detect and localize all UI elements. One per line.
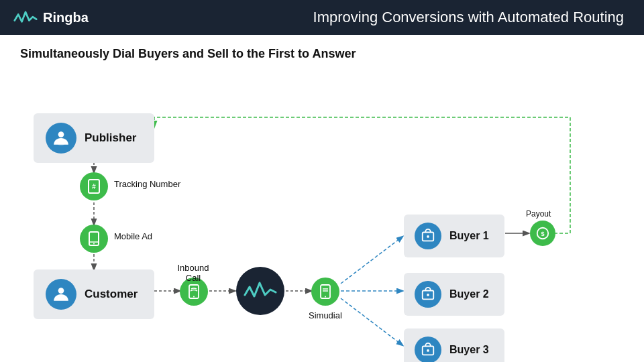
- logo-area: Ringba: [13, 8, 89, 27]
- tracking-number-label: Tracking Number: [114, 179, 180, 189]
- customer-node: Customer: [34, 269, 154, 319]
- buyer1-icon-circle: [415, 223, 441, 249]
- mobile-ad-label: Mobile Ad: [114, 231, 152, 241]
- buyer3-label: Buyer 3: [449, 344, 489, 356]
- simudial-label: Simudial: [309, 310, 342, 320]
- tracking-number-node: #: [80, 172, 108, 200]
- svg-point-29: [427, 349, 429, 352]
- inbound-call-label: InboundCall: [172, 263, 215, 283]
- payout-icon: $: [535, 226, 550, 241]
- mobile-ad-icon: [86, 231, 102, 247]
- logo-text: Ringba: [43, 10, 89, 25]
- buyer2-icon: [421, 287, 435, 302]
- svg-point-23: [325, 296, 326, 298]
- buyer2-node: Buyer 2: [404, 273, 504, 316]
- mobile-ad-node: [80, 225, 108, 253]
- buyer2-icon-circle: [415, 281, 441, 308]
- customer-label: Customer: [85, 288, 138, 301]
- svg-point-19: [193, 296, 195, 298]
- main-content: Simultaneously Dial Buyers and Sell to t…: [0, 35, 644, 362]
- svg-line-6: [341, 237, 402, 284]
- svg-point-16: [93, 243, 95, 245]
- publisher-icon: [52, 129, 70, 147]
- svg-point-10: [58, 131, 64, 137]
- svg-point-25: [427, 235, 429, 238]
- header-title: Improving Conversions with Automated Rou…: [313, 9, 631, 26]
- svg-point-17: [58, 288, 64, 294]
- diagram: Publisher # Tracking Number Mobile Ad: [20, 72, 624, 360]
- payout-node: $: [530, 221, 555, 246]
- svg-point-11: [58, 143, 65, 145]
- customer-icon-circle: [46, 279, 76, 310]
- svg-text:$: $: [541, 231, 544, 237]
- simudial-icon: [317, 284, 333, 300]
- header: Ringba Improving Conversions with Automa…: [0, 0, 644, 35]
- ringba-wave-icon: [244, 279, 277, 303]
- tracking-number-icon: #: [86, 178, 102, 194]
- buyer2-label: Buyer 2: [449, 288, 489, 300]
- customer-icon: [52, 286, 70, 303]
- publisher-icon-circle: [46, 123, 76, 154]
- buyer3-icon-circle: [415, 337, 441, 362]
- buyer3-node: Buyer 3: [404, 328, 504, 362]
- ringba-simudial-node: [236, 267, 284, 315]
- buyer1-icon: [421, 229, 435, 243]
- ringba-logo-icon: [13, 8, 38, 27]
- publisher-label: Publisher: [85, 131, 136, 145]
- page-heading: Simultaneously Dial Buyers and Sell to t…: [20, 47, 624, 61]
- buyer1-label: Buyer 1: [449, 230, 489, 242]
- svg-line-8: [341, 298, 402, 345]
- svg-text:#: #: [92, 183, 96, 190]
- svg-point-27: [427, 294, 429, 296]
- payout-label: Payout: [526, 209, 551, 219]
- publisher-node: Publisher: [34, 113, 154, 163]
- inbound-call-icon: [186, 284, 202, 300]
- buyer1-node: Buyer 1: [404, 215, 504, 257]
- simudial-node: [311, 278, 339, 306]
- buyer3-icon: [421, 343, 435, 357]
